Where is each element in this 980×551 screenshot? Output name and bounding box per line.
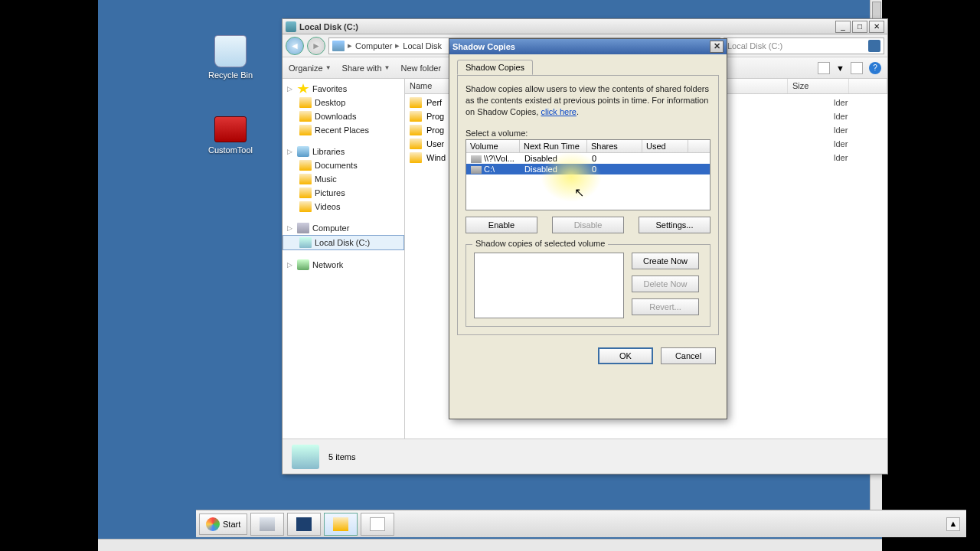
col-next-run[interactable]: Next Run Time <box>520 140 587 152</box>
task-explorer[interactable] <box>324 513 358 536</box>
tree-recent[interactable]: Recent Places <box>283 123 404 137</box>
file-name: Prog <box>426 126 444 135</box>
settings-button[interactable]: Settings... <box>639 217 710 233</box>
volume-table[interactable]: Volume Next Run Time Shares Used \\?\Vol… <box>466 139 710 210</box>
tray-expand-icon[interactable]: ▲ <box>946 517 960 531</box>
task-document[interactable] <box>361 513 394 536</box>
tree-music[interactable]: Music <box>283 172 404 186</box>
explorer-titlebar[interactable]: Local Disk (C:) _ □ ✕ <box>283 19 887 34</box>
col-shares[interactable]: Shares <box>587 140 642 152</box>
tree-local-disk[interactable]: Local Disk (C:) <box>283 235 404 250</box>
file-type: lder <box>834 112 848 121</box>
dialog-description: Shadow copies allow users to view the co… <box>466 83 710 118</box>
preview-pane-icon[interactable] <box>851 62 863 74</box>
tab-shadow-copies[interactable]: Shadow Copies <box>457 60 533 75</box>
copies-fieldset: Shadow copies of selected volume Create … <box>466 244 710 327</box>
search-input[interactable]: Local Disk (C:) <box>724 37 884 54</box>
help-icon[interactable]: ? <box>869 62 881 74</box>
minimize-button[interactable]: _ <box>835 21 851 33</box>
copies-listbox[interactable] <box>474 253 624 318</box>
revert-button[interactable]: Revert... <box>632 298 699 315</box>
status-bar: 5 items <box>283 439 887 474</box>
view-menu-icon[interactable] <box>818 62 830 74</box>
share-with-menu[interactable]: Share with▼ <box>342 64 390 73</box>
tree-pictures[interactable]: Pictures <box>283 186 404 200</box>
delete-now-button[interactable]: Delete Now <box>632 276 699 292</box>
back-button[interactable]: ◄ <box>286 37 304 55</box>
windows-orb-icon <box>206 517 220 531</box>
drive-icon <box>471 155 482 163</box>
breadcrumb-item[interactable]: Local Disk <box>403 41 442 51</box>
folder-icon <box>410 152 422 163</box>
file-type: lder <box>834 153 848 162</box>
new-folder-button[interactable]: New folder <box>400 64 441 73</box>
file-name: User <box>426 139 444 148</box>
disable-button[interactable]: Disable <box>552 217 624 233</box>
start-button[interactable]: Start <box>199 514 247 535</box>
taskbar: Start ▲ <box>196 510 966 537</box>
breadcrumb-item[interactable]: Computer <box>355 41 392 51</box>
task-server-manager[interactable] <box>250 513 284 536</box>
file-type: lder <box>834 98 848 107</box>
desktop-icon-label: Recycle Bin <box>200 70 261 80</box>
col-used[interactable]: Used <box>642 140 688 152</box>
dialog-titlebar[interactable]: Shadow Copies ✕ <box>449 39 727 54</box>
folder-icon <box>410 97 422 108</box>
folder-icon <box>410 125 422 135</box>
task-powershell[interactable] <box>287 513 321 536</box>
folder-icon <box>410 111 422 122</box>
drive-icon <box>286 21 296 32</box>
volume-row[interactable]: \\?\Vol... Disabled 0 <box>466 153 710 164</box>
close-button[interactable]: ✕ <box>869 21 884 33</box>
organize-menu[interactable]: Organize▼ <box>289 64 332 73</box>
tree-videos[interactable]: Videos <box>283 200 404 214</box>
tree-computer[interactable]: ▷Computer <box>283 221 404 235</box>
enable-button[interactable]: Enable <box>466 217 537 233</box>
desktop-icon-label: CustomTool <box>200 145 261 155</box>
fieldset-legend: Shadow copies of selected volume <box>472 239 608 248</box>
file-name: Perf <box>426 98 442 107</box>
folder-icon <box>410 139 422 149</box>
search-icon <box>868 40 880 52</box>
recycle-bin-icon <box>214 35 247 67</box>
file-type: lder <box>834 139 848 148</box>
explorer-title: Local Disk (C:) <box>299 22 835 31</box>
volume-row-selected[interactable]: C:\ Disabled 0 <box>466 164 710 174</box>
drive-icon <box>471 166 482 174</box>
desktop-icon-recycle-bin[interactable]: Recycle Bin <box>200 35 261 80</box>
col-volume[interactable]: Volume <box>466 140 520 152</box>
column-size[interactable]: Size <box>788 79 849 93</box>
forward-button[interactable]: ► <box>307 37 325 55</box>
tree-network[interactable]: ▷Network <box>283 258 404 272</box>
select-volume-label: Select a volume: <box>466 129 710 138</box>
maximize-button[interactable]: □ <box>852 21 867 33</box>
desktop-icon-customtool[interactable]: CustomTool <box>200 113 261 155</box>
tree-desktop[interactable]: Desktop <box>283 96 404 109</box>
file-name: Prog <box>426 112 444 121</box>
tree-documents[interactable]: Documents <box>283 158 404 172</box>
close-button[interactable]: ✕ <box>710 41 724 53</box>
tree-downloads[interactable]: Downloads <box>283 109 404 123</box>
status-text: 5 items <box>328 452 355 461</box>
click-here-link[interactable]: click here <box>541 107 576 116</box>
ok-button[interactable]: OK <box>598 347 653 364</box>
outer-horizontal-scrollbar[interactable] <box>98 539 882 551</box>
navigation-tree: ▷Favorites Desktop Downloads Recent Plac… <box>283 79 405 439</box>
drive-icon <box>292 445 319 469</box>
toolbox-icon <box>214 116 247 142</box>
cancel-button[interactable]: Cancel <box>661 347 716 364</box>
shadow-copies-dialog: Shadow Copies ✕ Shadow Copies Shadow cop… <box>449 38 727 419</box>
tree-favorites[interactable]: ▷Favorites <box>283 82 404 96</box>
file-type: lder <box>834 126 848 135</box>
start-label: Start <box>223 520 240 529</box>
drive-icon <box>332 41 345 51</box>
dialog-title: Shadow Copies <box>452 42 710 51</box>
file-name: Wind <box>426 153 446 162</box>
search-placeholder: Local Disk (C:) <box>727 41 782 51</box>
create-now-button[interactable]: Create Now <box>632 253 699 269</box>
tree-libraries[interactable]: ▷Libraries <box>283 145 404 158</box>
